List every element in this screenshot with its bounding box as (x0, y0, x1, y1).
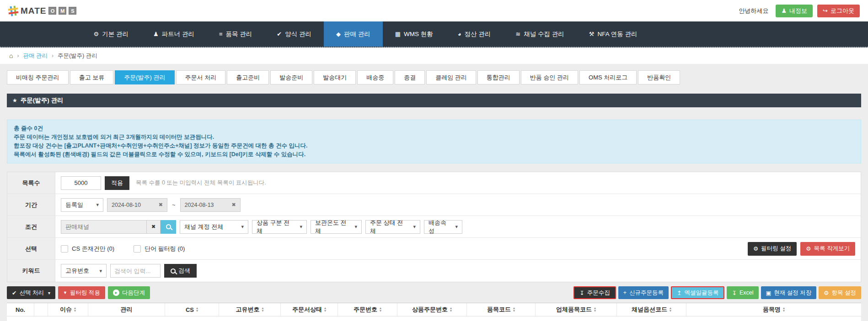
storage-temp-select[interactable]: 보관온도 전체 ▾ (311, 220, 362, 234)
star-icon: ★ (12, 97, 17, 104)
tab-dispatch-wait[interactable]: 발송대기 (314, 70, 356, 84)
nav-item-channel-collect[interactable]: ≋ 채널 수집 관리 (503, 21, 576, 47)
tab-claims[interactable]: 클레임 관리 (426, 70, 476, 84)
period-type-select[interactable]: 등록일 ▾ (61, 198, 103, 212)
apply-button[interactable]: 적용 (105, 176, 129, 190)
apply-filter-button[interactable]: ▼ 필터링 적용 (58, 286, 105, 299)
my-info-button[interactable]: ♟ 내정보 (776, 5, 813, 17)
tab-return-confirm[interactable]: 반품확인 (638, 70, 680, 84)
nav-item-items[interactable]: ≡ 품목 관리 (207, 21, 264, 47)
tab-integrated[interactable]: 통합관리 (477, 70, 520, 84)
tab-return-approval[interactable]: 반품 승인 관리 (521, 70, 578, 84)
nav-item-partner[interactable]: ♟ 파트너 관리 (141, 21, 207, 47)
filter-settings-button[interactable]: ⚙ 필터링 설정 (748, 242, 797, 256)
column-header-item-code[interactable]: 품목코드 ▴▾ (467, 303, 536, 316)
channel-search-button[interactable] (161, 220, 176, 234)
word-filter-checkbox-group[interactable]: 단어 필터링 (0) (134, 245, 185, 253)
order-status-select[interactable]: 주문 상태 전체 ▾ (365, 220, 420, 234)
home-icon[interactable]: ⌂ (9, 52, 13, 59)
column-header-unique-no[interactable]: 고유번호 ▴▾ (219, 303, 281, 316)
sort-icon[interactable]: ▴▾ (324, 307, 326, 312)
breadcrumb-section-link[interactable]: 판매 관리 (23, 52, 47, 60)
sort-icon[interactable]: ▴▾ (74, 307, 76, 312)
excel-bulk-upload-button[interactable]: ↥ 엑셀일괄등록 (671, 286, 724, 299)
column-header-order-no[interactable]: 주문번호 ▴▾ (338, 303, 397, 316)
product-type-select[interactable]: 상품 구분 전체 ▾ (252, 220, 307, 234)
column-header-order-sheet-status[interactable]: 주문서상태 ▴▾ (281, 303, 338, 316)
select-process-dropdown-button[interactable]: ✔ 선택 처리 ▾ (7, 286, 55, 299)
tab-unmatched-orders[interactable]: 비매칭 주문관리 (7, 70, 69, 84)
column-header-channel-option-code[interactable]: 채널옵션코드 ▴▾ (617, 303, 686, 316)
nav-item-sales[interactable]: ◆ 판매 관리 (324, 21, 383, 47)
column-header-item-name[interactable]: 품목명 ▴▾ (686, 303, 861, 316)
person-icon: ♟ (781, 7, 787, 14)
column-header-checkbox[interactable] (34, 303, 48, 316)
date-to-field[interactable]: 2024-08-13 ✖ (180, 198, 241, 212)
page-title: 주문(발주) 관리 (21, 96, 64, 105)
button-label: 필터링 설정 (761, 245, 791, 253)
column-header-issue[interactable]: 이슈 ▴▾ (48, 303, 88, 316)
clear-icon[interactable]: ✖ (159, 202, 163, 208)
column-header-no: No. (7, 303, 34, 316)
sort-icon[interactable]: ▴▾ (380, 307, 381, 312)
clear-icon[interactable]: ✖ (147, 220, 161, 234)
button-label: 목록 작게보기 (814, 245, 850, 253)
save-settings-button[interactable]: ▣ 현재 설정 저장 (761, 286, 817, 299)
tab-in-delivery[interactable]: 배송중 (357, 70, 393, 84)
sort-icon[interactable]: ▴▾ (783, 307, 785, 312)
sort-icon[interactable]: ▴▾ (594, 307, 596, 312)
search-button[interactable]: 검색 (164, 264, 197, 278)
column-header-vendor-item-code[interactable]: 업체품목코드 ▴▾ (536, 303, 617, 316)
cs-only-checkbox-group[interactable]: CS 존재건만 (0) (61, 245, 114, 253)
excel-download-button[interactable]: ↧ Excel (727, 286, 758, 299)
wrench-icon: ⚒ (589, 31, 595, 37)
nav-item-forms[interactable]: ✔ 양식 관리 (264, 21, 324, 47)
column-header-product-order-no[interactable]: 상품주문번호 ▴▾ (397, 303, 467, 316)
tab-dispatch-prep[interactable]: 발송준비 (270, 70, 312, 84)
keyword-search-input[interactable] (110, 264, 161, 278)
my-info-label: 내정보 (789, 7, 807, 15)
clear-icon[interactable]: ✖ (231, 202, 236, 208)
sort-icon[interactable]: ▴▾ (196, 307, 198, 312)
compact-view-button[interactable]: ⚙ 목록 작게보기 (800, 242, 855, 256)
sales-channel-input[interactable] (61, 220, 147, 234)
tab-order-management[interactable]: 주문(발주) 관리 (115, 70, 174, 84)
nav-item-wms[interactable]: ▦ WMS 현황 (383, 21, 445, 47)
delivery-attr-select[interactable]: 배송속성 ▾ (424, 220, 462, 234)
tab-shipment-prep[interactable]: 출고준비 (227, 70, 269, 84)
next-step-button[interactable]: ▸ 다음단계 (108, 286, 150, 299)
checkbox-icon[interactable] (134, 245, 141, 253)
column-header-cs[interactable]: CS ▴▾ (165, 303, 219, 316)
sort-icon[interactable]: ▴▾ (670, 307, 671, 312)
nav-item-nfa[interactable]: ⚒ NFA 연동 관리 (577, 21, 650, 47)
logout-button[interactable]: ↪ 로그아웃 (817, 5, 860, 17)
channel-account-select[interactable]: 채널 계정 전체 ▾ (180, 220, 248, 234)
logout-icon: ↪ (823, 7, 828, 14)
logo-box-o: O (48, 7, 56, 15)
date-from-field[interactable]: 2024-08-10 ✖ (107, 198, 167, 212)
collect-orders-button[interactable]: ↧ 주문수집 (573, 286, 616, 299)
checkbox-icon[interactable] (61, 245, 68, 253)
download-icon: ↧ (579, 289, 584, 296)
new-order-button[interactable]: + 신규주문등록 (618, 286, 669, 299)
tab-closed[interactable]: 종결 (395, 70, 425, 84)
nav-item-basic[interactable]: ⚙ 기본 관리 (81, 21, 141, 47)
nav-item-settlement[interactable]: ◕ 정산 관리 (445, 21, 504, 47)
sort-icon[interactable]: ▴▾ (262, 307, 263, 312)
row-label: 키워드 (7, 260, 55, 282)
sort-icon[interactable]: ▴▾ (450, 307, 452, 312)
tab-shipment-hold[interactable]: 출고 보류 (70, 70, 114, 84)
tilde-separator: ~ (172, 201, 176, 208)
list-count-input[interactable] (61, 176, 101, 190)
sort-icon[interactable]: ▴▾ (513, 307, 515, 312)
chevron-down-icon: ▾ (99, 268, 102, 274)
item-settings-button[interactable]: ⚙ 항목 설정 (819, 286, 861, 299)
header-right: 안녕하세요 ♟ 내정보 ↪ 로그아웃 (739, 5, 860, 17)
selected-value: 배송속성 (429, 219, 449, 235)
chevron-down-icon: ▾ (300, 224, 302, 230)
pie-chart-icon: ◕ (458, 31, 461, 37)
app-logo[interactable]: MATE O M S (8, 6, 76, 16)
tab-oms-log[interactable]: OMS 처리로그 (579, 70, 637, 84)
keyword-type-select[interactable]: 고유번호 ▾ (61, 264, 107, 278)
tab-order-processing[interactable]: 주문서 처리 (176, 70, 226, 84)
